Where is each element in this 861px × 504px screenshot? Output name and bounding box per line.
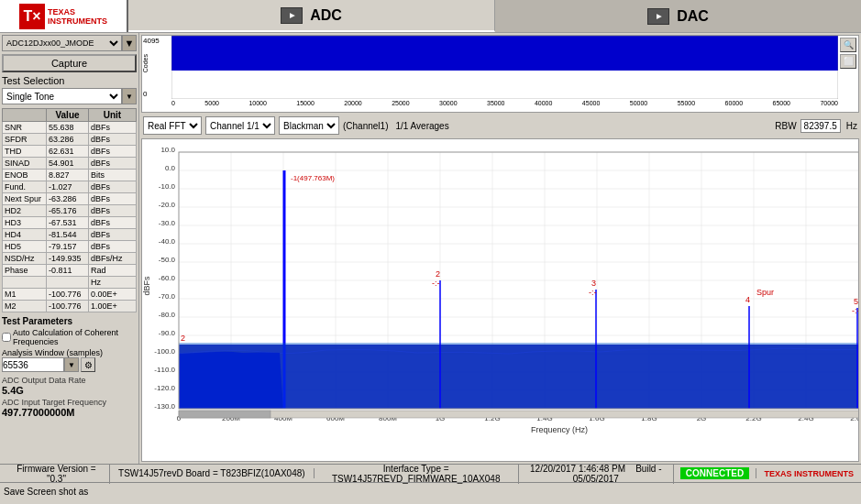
board-status: TSW14J57revD Board = T823BFIZ(10AX048) [110,468,315,478]
rbw-unit: Hz [846,121,857,131]
metric-row: HD5-79.157dBFs [3,241,137,253]
window-samples-arrow[interactable]: ▼ [64,357,79,372]
firmware-status: Firmware Version = "0.3" [4,464,110,484]
data-rate-value: 5.4G [2,385,137,396]
x-axis-title: Frequency (Hz) [531,425,588,434]
device-select[interactable]: ADC12DJxx00_JMODE [2,35,122,51]
capture-button[interactable]: Capture [2,54,137,72]
hd5-annotation: 5 [854,297,858,306]
auto-calc-checkbox[interactable] [2,333,11,342]
metric-row: Fund.-1.027dBFs [3,181,137,193]
metric-row: Hz [3,277,137,289]
col-value-header: Value [47,109,89,122]
spectrum-container: 10.0 0.0 -10.0 -20.0 -30.0 -40.0 -50.0 -… [141,138,859,462]
spectrum-svg: 10.0 0.0 -10.0 -20.0 -30.0 -40.0 -50.0 -… [142,139,858,461]
window-samples-label: Analysis Window (samples) [2,348,137,357]
svg-text:-40.0: -40.0 [159,237,176,246]
col-unit-header: Unit [89,109,137,122]
metric-row: THD62.631dBFs [3,146,137,158]
fit-icon[interactable]: ⬜ [840,54,856,69]
fft-type-select[interactable]: Real FFT [143,116,202,135]
svg-text:-20.0: -20.0 [159,201,176,209]
svg-text:-10.0: -10.0 [159,182,176,191]
metric-row: HD4-81.544dBFs [3,229,137,241]
svg-rect-73 [179,411,270,418]
left-harmonic-label: 2 [181,334,185,343]
adc-icon: ▶ [281,7,303,24]
test-selection-label: Test Selection [2,75,137,86]
target-freq-value: 497.77000000M [2,407,137,418]
metric-row: ENOB8.827Bits [3,170,137,181]
y-axis-title: dBFs [142,276,151,296]
svg-text:-90.0: -90.0 [159,329,176,337]
interface-status: Interface Type = TSW14J57REVD_FIRMWARE_1… [315,464,519,484]
svg-text:-130.0: -130.0 [154,402,175,411]
channel-label: (Channel1) [343,121,388,131]
top-chart-icons: 🔍 ⬜ [840,38,856,69]
dac-icon: ▶ [647,8,669,25]
svg-text:-70.0: -70.0 [159,292,176,301]
metric-row: HD2-65.176dBFs [3,205,137,217]
top-chart-plot [171,36,838,99]
metrics-table: Value Unit SNR55.638dBFsSFDR63.286dBFsTH… [2,108,137,312]
hd5-dash: -:- [852,306,858,315]
test-type-select[interactable]: Single Tone [2,88,122,104]
metric-row: Phase-0.811Rad [3,265,137,277]
status-ti-logo: TEXAS INSTRUMENTS [756,468,857,478]
auto-calc: Auto Calculation of Coherent Frequencies [2,328,137,346]
svg-text:0.0: 0.0 [165,164,176,172]
col-name-header [3,109,47,122]
metric-row: Next Spur-63.286dBFs [3,193,137,205]
svg-text:-80.0: -80.0 [159,311,176,319]
svg-text:10.0: 10.0 [160,146,175,154]
ti-logo: T× TEXAS INSTRUMENTS [0,0,128,32]
averages-label: 1/1 Averages [395,121,448,131]
spur-label: Spur [756,288,774,297]
window-func-select[interactable]: Blackman [279,116,339,135]
top-chart-xaxis: 0500010000150002000025000300003500040000… [171,99,838,112]
metric-row: HD3-67.531dBFs [3,217,137,229]
fundamental-annotation: -1(497.763M) [291,174,335,182]
connection-status: CONNECTED [674,468,756,478]
metric-row: SFDR63.286dBFs [3,134,137,146]
test-type-arrow[interactable]: ▼ [122,88,137,104]
svg-text:-120.0: -120.0 [154,384,175,392]
metric-row: M2-100.7761.00E+ [3,301,137,312]
tab-adc[interactable]: ▶ ADC [128,0,495,32]
rbw-label: RBW [775,121,796,131]
status-bar: Firmware Version = "0.3" TSW14J57revD Bo… [0,464,861,482]
hd3-dash: -:- [589,288,597,297]
test-params-title: Test Parameters [2,316,137,326]
hd2-annotation: 2 [436,269,440,279]
device-row: ADC12DJxx00_JMODE ▼ [2,35,137,51]
metric-row: SNR55.638dBFs [3,122,137,134]
device-dropdown-arrow[interactable]: ▼ [122,35,137,51]
top-chart-yaxis: 4095 Codes 0 [142,36,171,99]
channel-select[interactable]: Channel 1/1 [205,116,275,135]
hd2-dash1: -:- [432,279,440,288]
svg-text:-110.0: -110.0 [154,366,175,374]
svg-rect-51 [179,343,858,409]
metric-row: NSD/Hz-149.935dBFs/Hz [3,253,137,265]
gear-icon[interactable]: ⚙ [81,357,95,372]
svg-text:-50.0: -50.0 [159,256,176,264]
svg-text:-100.0: -100.0 [154,347,175,356]
svg-text:-30.0: -30.0 [159,219,176,227]
data-rate-label: ADC Output Data Rate [2,376,137,385]
save-row: Save Screen shot as [0,482,861,500]
hd4-annotation: 4 [745,295,750,304]
metric-row: M1-100.7760.00E+ [3,289,137,301]
metric-row: SINAD54.901dBFs [3,158,137,170]
toolbar-row: Real FFT Channel 1/1 Blackman (Channel1)… [139,115,861,137]
svg-rect-0 [171,36,838,71]
rbw-value: 82397.5 [800,119,841,133]
window-samples-input[interactable] [2,357,64,372]
zoom-in-icon[interactable]: 🔍 [840,38,856,52]
datetime-status: 12/20/2017 1:46:48 PM Build - 05/05/2017 [519,464,674,484]
svg-rect-72 [179,411,858,418]
svg-text:-60.0: -60.0 [159,274,176,282]
hd3-annotation: 3 [591,279,596,288]
target-freq-label: ADC Input Target Frequency [2,398,137,407]
tab-dac[interactable]: ▶ DAC [495,0,861,32]
